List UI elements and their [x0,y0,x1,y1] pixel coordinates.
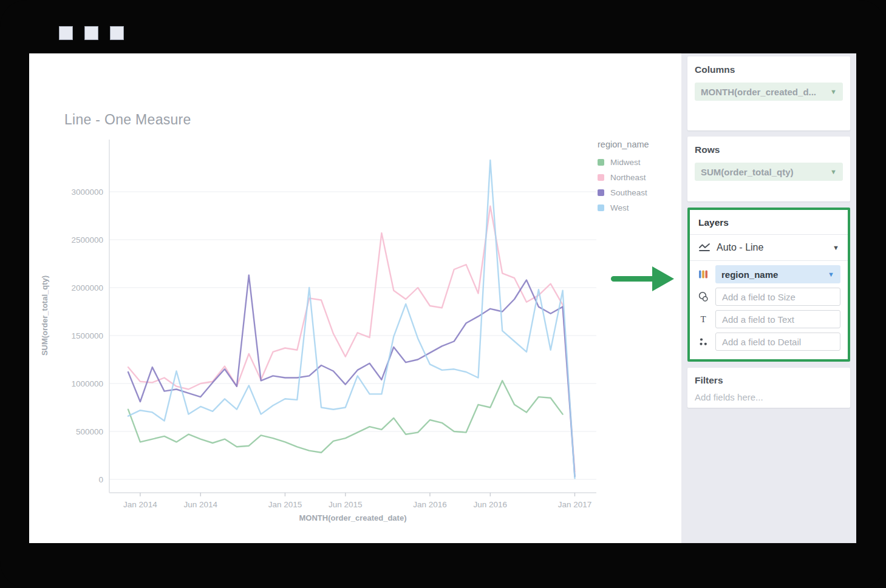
svg-text:2500000: 2500000 [71,235,103,245]
series-line-west [128,160,575,479]
svg-text:SUM(order_total_qty): SUM(order_total_qty) [40,275,49,356]
detail-dots-icon [697,337,709,346]
svg-text:1000000: 1000000 [71,379,103,388]
legend-swatch [598,204,604,211]
legend-swatch [598,189,604,196]
legend-swatch [598,159,604,166]
svg-text:Jan 2017: Jan 2017 [558,500,592,509]
rows-shelf: Rows SUM(order_total_qty) ▼ [687,137,850,201]
legend-swatch [598,174,604,181]
svg-text:Jun 2014: Jun 2014 [183,500,217,509]
app-window: Line - One Measure 050000010000001500000… [0,0,886,588]
svg-text:1500000: 1500000 [71,331,103,340]
chevron-down-icon[interactable]: ▼ [833,245,839,251]
legend-label: West [610,203,629,212]
columns-header: Columns [695,64,843,75]
svg-text:Jun 2015: Jun 2015 [329,500,363,509]
chevron-down-icon[interactable]: ▼ [828,271,834,278]
legend-item: West [598,203,683,212]
svg-text:500000: 500000 [76,427,103,436]
layers-panel: Layers Auto - Line ▼ [687,208,850,362]
legend-item: Northeast [598,173,683,182]
color-field-label: region_name [721,269,778,280]
svg-text:0: 0 [98,475,103,484]
window-control-button[interactable] [84,26,98,40]
svg-text:Jan 2015: Jan 2015 [268,500,302,509]
legend-label: Southeast [610,188,647,197]
window-control-button[interactable] [59,26,73,40]
rows-field-pill[interactable]: SUM(order_total_qty) ▼ [695,163,843,181]
legend-item: Southeast [598,188,683,197]
size-field-input[interactable]: Add a field to Size [715,288,840,306]
legend-items: MidwestNortheastSoutheastWest [598,158,683,212]
layers-header: Layers [697,216,840,234]
filters-shelf: Filters Add fields here... [687,368,850,408]
legend-label: Midwest [610,158,641,167]
svg-text:Jan 2014: Jan 2014 [123,500,157,509]
svg-text:T: T [700,314,706,324]
color-field-row: region_name ▼ [697,265,840,283]
color-palette-icon [697,269,709,279]
size-circles-icon [697,291,709,302]
series-line-northeast [128,206,575,472]
window-control-button[interactable] [110,26,124,40]
rows-field-label: SUM(order_total_qty) [701,167,794,177]
columns-field-label: MONTH(order_created_d... [701,87,816,97]
detail-field-row: Add a field to Detail [697,333,840,351]
svg-text:Jun 2016: Jun 2016 [474,500,508,509]
chevron-down-icon[interactable]: ▼ [830,169,837,175]
legend-label: Northeast [610,173,646,182]
detail-field-input[interactable]: Add a field to Detail [715,333,840,351]
svg-text:Jan 2016: Jan 2016 [413,500,447,509]
text-field-row: T Add a field to Text [697,310,840,328]
mark-type-dropdown[interactable]: Auto - Line ▼ [697,235,840,260]
series-line-midwest [128,380,563,453]
filters-drop-zone[interactable]: Add fields here... [695,392,843,402]
size-field-row: Add a field to Size [697,288,840,306]
mark-type-label: Auto - Line [717,242,826,253]
chart-title: Line - One Measure [64,112,191,128]
line-chart-icon [698,243,711,252]
field-config-sidebar: Columns MONTH(order_created_d... ▼ Rows … [681,53,856,543]
green-arrow-annotation [607,265,678,292]
columns-shelf: Columns MONTH(order_created_d... ▼ [687,56,850,130]
chart-legend: region_name MidwestNortheastSoutheastWes… [598,140,683,218]
series-line-southeast [128,275,575,477]
filters-header: Filters [695,375,843,386]
legend-title: region_name [598,140,683,149]
text-field-input[interactable]: Add a field to Text [715,310,840,328]
rows-header: Rows [695,144,843,155]
svg-text:2000000: 2000000 [71,283,103,292]
window-controls [59,26,124,40]
text-icon: T [697,314,709,324]
chevron-down-icon[interactable]: ▼ [830,89,837,95]
svg-text:3000000: 3000000 [71,188,103,197]
columns-field-pill[interactable]: MONTH(order_created_d... ▼ [695,83,843,101]
main-content: Line - One Measure 050000010000001500000… [29,53,856,543]
svg-text:MONTH(order_created_date): MONTH(order_created_date) [299,513,407,522]
color-field-pill[interactable]: region_name ▼ [715,265,840,283]
legend-item: Midwest [598,158,683,167]
